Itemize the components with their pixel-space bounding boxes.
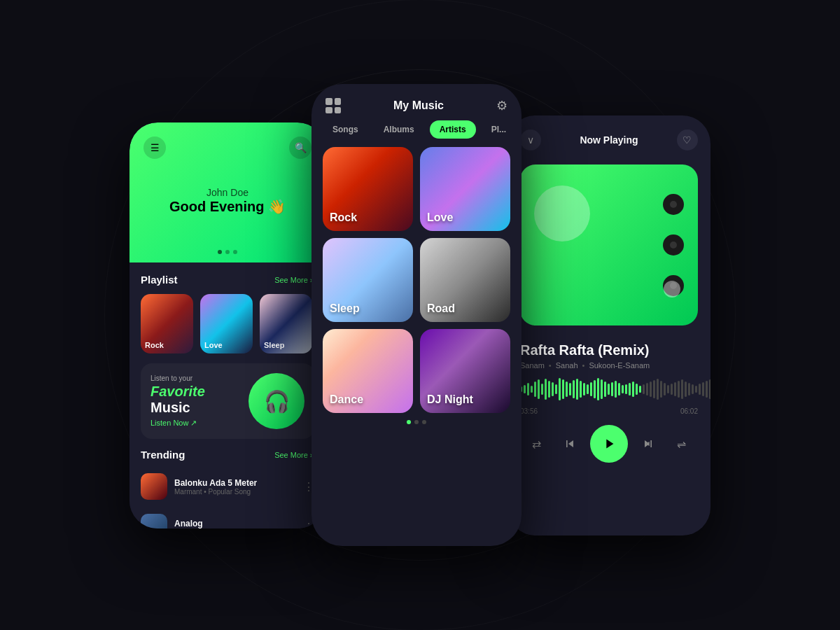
tabs-row: Songs Albums Artists Pl... — [312, 120, 522, 147]
wave-bar — [587, 384, 589, 394]
carousel-dots — [218, 250, 237, 254]
tab-playlists[interactable]: Pl... — [482, 120, 516, 139]
home-body: Playlist See More » Rock Love Sleep — [130, 262, 326, 528]
listen-to-label: Listen to your — [150, 374, 205, 382]
artist-dot-2: • — [582, 361, 585, 370]
wave-bar — [573, 380, 575, 398]
track-info: Rafta Rafta (Remix) Sanam • Sanah • Suko… — [507, 332, 710, 375]
artist-2: Sanah — [556, 361, 578, 370]
phone-mymusic: My Music ⚙ Songs Albums Artists Pl... Ro… — [312, 84, 522, 546]
repeat-button[interactable]: ⇄ — [524, 431, 550, 456]
playlist-section-header: Playlist See More » — [141, 274, 314, 286]
tab-songs[interactable]: Songs — [323, 120, 368, 139]
wave-bar — [706, 381, 708, 398]
header-icons-row: ☰ 🔍 — [144, 136, 312, 159]
trending-sub-1: Marmant • Popular Song — [174, 488, 296, 496]
home-header: ☰ 🔍 John Doe Good Evening 👋 — [130, 122, 326, 262]
wave-bar — [576, 379, 578, 400]
wave-bar — [671, 384, 673, 395]
wave-bar — [664, 383, 666, 396]
genre-card-road[interactable]: Road — [420, 238, 510, 322]
repeat-icon: ⇄ — [532, 438, 541, 451]
tab-albums[interactable]: Albums — [374, 120, 424, 139]
grid-dot-1 — [326, 98, 332, 105]
page-dots — [312, 413, 522, 431]
wave-bar — [699, 384, 701, 395]
playlist-card-love[interactable]: Love — [200, 294, 253, 354]
wave-bar — [615, 381, 617, 398]
page-dot-1 — [407, 420, 411, 424]
genre-card-djnight[interactable]: DJ Night — [420, 329, 510, 413]
search-icon: 🔍 — [295, 142, 307, 153]
wave-bar — [559, 378, 561, 400]
genre-card-love[interactable]: Love — [420, 147, 510, 231]
genre-card-sleep[interactable]: Sleep — [323, 238, 413, 322]
wave-bar — [618, 383, 620, 396]
wave-bar — [534, 382, 536, 397]
wave-bar — [681, 379, 683, 399]
playlist-see-more[interactable]: See More » — [274, 276, 314, 284]
search-button[interactable]: 🔍 — [289, 136, 312, 159]
dj-avatar: 🎧 — [248, 373, 304, 429]
wave-bar — [667, 385, 669, 393]
prev-button[interactable] — [557, 431, 582, 456]
wave-bar — [538, 379, 540, 399]
wave-bar — [601, 379, 603, 399]
play-button[interactable] — [590, 425, 628, 463]
track-artists: Sanam • Sanah • Sukoon-E-Sanam — [520, 361, 698, 370]
waveform-container[interactable] — [507, 375, 710, 403]
favorite-banner[interactable]: Listen to your Favorite Music Listen Now… — [141, 363, 314, 439]
wave-bar — [695, 386, 697, 393]
wave-bar — [639, 386, 641, 393]
playlist-card-rock[interactable]: Rock — [141, 294, 193, 354]
shuffle-button[interactable]: ⇌ — [668, 431, 694, 456]
settings-icon[interactable]: ⚙ — [496, 98, 507, 113]
wave-bar — [566, 382, 568, 397]
phone-nowplaying: ∨ Now Playing ♡ Rafta Rafta (Remix) Sana… — [507, 115, 710, 536]
trending-title-2: Analog — [174, 519, 296, 528]
trending-item-2[interactable]: Analog Ditangkis • Popular Song ⋮ — [141, 510, 314, 528]
tab-artists[interactable]: Artists — [430, 120, 476, 139]
genre-grid: Rock Love Sleep Road Dance — [312, 147, 522, 413]
genre-label-road: Road — [427, 302, 455, 315]
wave-bar — [674, 382, 676, 396]
wave-bar — [580, 381, 582, 398]
wave-bar — [555, 384, 557, 394]
wave-bar — [594, 380, 596, 398]
wave-bar — [653, 380, 655, 398]
page-dot-3 — [422, 420, 426, 424]
dot-2 — [225, 250, 230, 254]
trending-see-more[interactable]: See More » — [274, 451, 314, 459]
next-button[interactable] — [636, 431, 661, 456]
grid-icon[interactable] — [326, 98, 341, 113]
genre-card-dance[interactable]: Dance — [323, 329, 413, 413]
trending-item-1[interactable]: Balonku Ada 5 Meter Marmant • Popular So… — [141, 469, 314, 504]
listen-now-cta[interactable]: Listen Now ↗ — [150, 419, 205, 428]
favorite-text: Listen to your Favorite Music Listen Now… — [150, 374, 205, 428]
playlist-card-sleep[interactable]: Sleep — [260, 294, 312, 354]
menu-button[interactable]: ☰ — [144, 136, 166, 159]
artist-dot-1: • — [549, 361, 552, 370]
wave-bar — [604, 382, 606, 397]
wave-bar — [688, 383, 690, 396]
favorite-label: Favorite — [150, 384, 205, 400]
wave-bar — [552, 382, 554, 396]
music-label: Music — [150, 400, 205, 416]
trending-list: Balonku Ada 5 Meter Marmant • Popular So… — [141, 469, 314, 528]
heart-button[interactable]: ♡ — [677, 130, 698, 150]
wave-bar — [660, 381, 662, 398]
now-playing-header: ∨ Now Playing ♡ — [507, 115, 710, 158]
wave-bar — [625, 384, 627, 394]
trending-sub-2: Ditangkis • Popular Song — [174, 528, 296, 529]
waveform — [520, 375, 698, 403]
album-art — [520, 164, 698, 326]
genre-label-djnight: DJ Night — [427, 393, 473, 406]
wave-bar — [643, 384, 645, 394]
chevron-down-button[interactable]: ∨ — [520, 130, 541, 150]
track-name: Rafta Rafta (Remix) — [520, 342, 698, 358]
genre-card-rock[interactable]: Rock — [323, 147, 413, 231]
username-label: John Doe — [144, 187, 312, 198]
wave-bar — [622, 385, 624, 393]
wave-bar — [702, 382, 704, 396]
wave-bar — [569, 383, 571, 396]
